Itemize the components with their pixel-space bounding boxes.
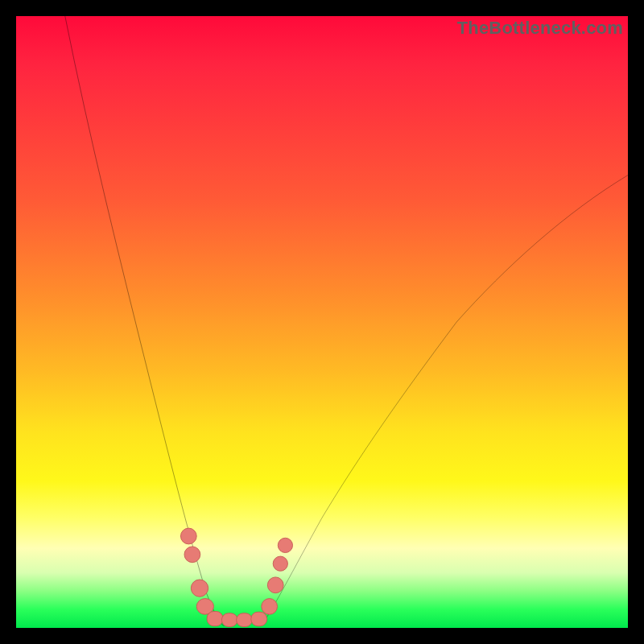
svg-point-8	[262, 599, 278, 615]
svg-rect-5	[221, 613, 237, 627]
curve-overlay	[16, 16, 628, 628]
right-branch-curve	[261, 175, 628, 626]
svg-point-2	[191, 580, 208, 597]
svg-point-11	[278, 538, 292, 552]
chart-frame: TheBottleneck.com	[0, 0, 644, 644]
svg-point-10	[273, 556, 287, 571]
svg-rect-6	[237, 613, 253, 627]
svg-rect-4	[207, 611, 223, 625]
svg-rect-7	[251, 612, 267, 625]
watermark-text: TheBottleneck.com	[457, 18, 623, 39]
plot-area: TheBottleneck.com	[16, 16, 628, 628]
left-branch-curve	[65, 16, 225, 626]
bottleneck-markers	[180, 528, 292, 626]
svg-point-1	[184, 547, 200, 563]
svg-point-0	[180, 528, 196, 544]
svg-point-9	[267, 577, 283, 593]
